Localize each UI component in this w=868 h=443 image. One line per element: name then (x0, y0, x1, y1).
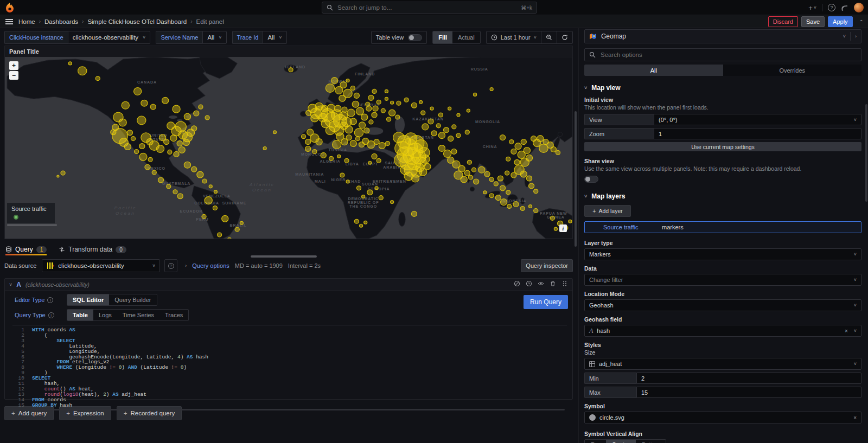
run-query-button[interactable]: Run Query (524, 295, 568, 309)
min-input[interactable]: 2 (636, 373, 861, 384)
variable-clickhouse-instance: ClickHouse instance clickhouse-observabi… (4, 31, 150, 44)
clear-icon[interactable]: × (853, 415, 857, 421)
map-attribution-button[interactable]: i (559, 224, 567, 232)
trace-select[interactable]: All˅ (263, 31, 286, 44)
expression-button[interactable]: +Expression (59, 406, 111, 420)
map-legend: Source traffic (7, 203, 55, 223)
sql-editor[interactable]: 1WITH coords AS2 (3 SELECT4 Latitude,5 L… (12, 325, 567, 408)
map-zoom-out-button[interactable]: − (9, 71, 18, 80)
save-button[interactable]: Save (801, 16, 825, 27)
add-layer-button[interactable]: +Add layer (584, 205, 631, 217)
pane-horizontal-scrollbar[interactable] (251, 255, 317, 258)
share-view-toggle[interactable] (584, 176, 598, 183)
clear-icon[interactable]: × (845, 328, 848, 334)
tab-query[interactable]: Query 1 (5, 246, 47, 255)
add-query-button[interactable]: +Add query (4, 406, 54, 420)
hide-response-icon[interactable] (538, 280, 544, 287)
search-input[interactable] (336, 4, 518, 11)
query-builder-option[interactable]: Query Builder (109, 294, 156, 305)
time-range-picker[interactable]: Last 1 hour˅ (487, 31, 541, 43)
initial-view-desc: This location will show when the panel f… (584, 104, 861, 111)
layer-type-select[interactable]: Markers˅ (584, 248, 861, 260)
drag-handle-icon[interactable] (561, 280, 568, 287)
options-search-input[interactable] (599, 51, 857, 59)
geohash-field-label: Geohash field (584, 316, 861, 323)
number-field-icon (589, 361, 595, 367)
query-type-traces[interactable]: Traces (159, 310, 188, 320)
recorded-query-button[interactable]: +Recorded query (117, 406, 182, 420)
query-type-time-series[interactable]: Time Series (117, 310, 159, 320)
table-view-toggle[interactable] (408, 34, 422, 41)
datasource-help-button[interactable]: ? (164, 259, 177, 272)
delete-query-icon[interactable] (550, 280, 556, 287)
editor-scrollbar[interactable] (32, 409, 565, 410)
fill-option[interactable]: Fill (433, 31, 452, 43)
global-search[interactable]: ⌘+k (322, 2, 537, 14)
geohash-field-select[interactable]: A hash ×˅ (584, 325, 861, 337)
map-zoom-in-button[interactable]: + (9, 61, 18, 70)
discard-button[interactable]: Discard (768, 16, 798, 27)
tab-overrides[interactable]: Overrides (723, 65, 862, 76)
size-field-select[interactable]: adj_heat˅ (584, 358, 861, 370)
valign-top[interactable]: Top (585, 440, 606, 443)
symbol-select[interactable]: circle.svg × (584, 412, 861, 423)
query-options-chevron[interactable]: › (185, 263, 187, 268)
panel-header[interactable]: Panel Title (5, 46, 572, 57)
help-icon[interactable]: ? (828, 4, 835, 11)
svg-text:FINLAND: FINLAND (355, 72, 375, 76)
breadcrumb-home[interactable]: Home (18, 18, 35, 25)
initial-view-label: Initial view (584, 97, 861, 103)
valign-bottom[interactable]: Bottom (636, 440, 666, 443)
query-type-logs[interactable]: Logs (93, 310, 117, 320)
options-scrollbar[interactable] (865, 104, 867, 202)
apply-button[interactable]: Apply (828, 16, 853, 27)
query-type-table[interactable]: Table (67, 310, 93, 320)
query-options-link[interactable]: Query options (192, 262, 229, 269)
view-select[interactable]: (0°, 0°)˅ (654, 114, 861, 125)
disable-query-icon[interactable] (514, 280, 520, 287)
options-search[interactable] (584, 48, 861, 61)
svg-text:CANADA: CANADA (137, 80, 157, 84)
visualization-picker[interactable]: Geomap ˅ › (584, 29, 861, 43)
legend-scrollbar[interactable] (7, 224, 57, 226)
zoom-out-time-button[interactable] (541, 31, 557, 43)
query-history-icon[interactable] (526, 280, 532, 287)
zoom-input[interactable]: 1 (654, 128, 861, 139)
datasource-picker[interactable]: clickhouse-observability ˅ (42, 259, 160, 272)
use-current-map-settings-button[interactable]: Use current map settings (584, 142, 861, 151)
actual-option[interactable]: Actual (452, 31, 480, 43)
menu-toggle-icon[interactable] (5, 19, 13, 24)
query-inspector-button[interactable]: Query inspector (521, 259, 573, 272)
grafana-logo[interactable] (4, 2, 15, 13)
sql-editor-option[interactable]: SQL Editor (67, 294, 109, 305)
instance-select[interactable]: clickhouse-observability˅ (68, 31, 151, 44)
collapse-query-icon[interactable]: ˅ (9, 282, 12, 287)
section-map-layers[interactable]: ˅Map layers (584, 192, 861, 200)
map-canvas[interactable]: CANADARUSSIAUNITEDSTATESMEXICOGUATEMALAV… (5, 57, 572, 239)
pane-vertical-scrollbar[interactable] (575, 111, 577, 247)
data-select[interactable]: Change filter˅ (584, 274, 861, 286)
breadcrumb-dashboard-name[interactable]: Simple ClickHouse OTel Dashboard (87, 18, 187, 25)
editor-type-row: Editor Typei SQL Editor Query Builder (15, 294, 572, 306)
svg-text:YEMEN: YEMEN (390, 179, 406, 183)
max-input[interactable]: 15 (636, 387, 861, 398)
news-icon[interactable] (841, 4, 848, 11)
layer-item-source-traffic[interactable]: Source traffic markers (584, 221, 861, 233)
collapse-options-icon[interactable]: ⌃ (859, 19, 864, 25)
tab-all[interactable]: All (584, 65, 723, 76)
user-avatar[interactable] (854, 3, 864, 12)
edit-pane: ClickHouse instance clickhouse-observabi… (0, 28, 576, 443)
query-transform-tabs: Query 1 Transform data 0 (5, 242, 572, 255)
tab-transform-data[interactable]: Transform data 0 (59, 246, 126, 255)
location-mode-select[interactable]: Geohash˅ (584, 299, 861, 311)
size-label: Size (584, 349, 861, 356)
section-map-view[interactable]: ˅Map view (584, 84, 861, 92)
toggle-options-pane-icon[interactable]: › (855, 34, 857, 39)
breadcrumb-dashboards[interactable]: Dashboards (44, 18, 78, 25)
valign-center[interactable]: Center (606, 440, 636, 443)
view-row: View (0°, 0°)˅ (584, 114, 861, 125)
query-header[interactable]: ˅ A (clickhouse-observability) (5, 279, 572, 291)
new-menu-button[interactable]: +˅ (808, 4, 816, 12)
refresh-button[interactable] (557, 31, 572, 43)
service-select[interactable]: All˅ (202, 31, 226, 44)
